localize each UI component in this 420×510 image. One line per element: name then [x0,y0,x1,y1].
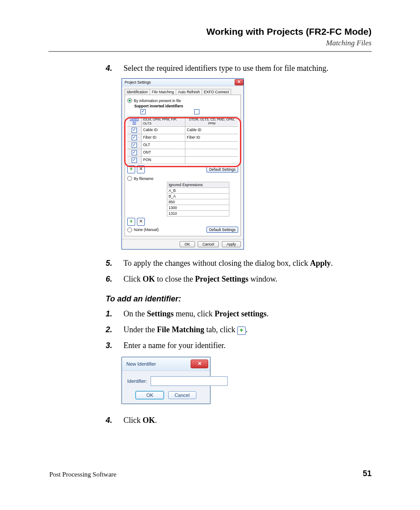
tab-file-matching[interactable]: File Matching [150,89,177,95]
step-5: 5. To apply the changes without closing … [106,257,372,269]
bold: Project settings [215,309,267,318]
header-divider [48,51,372,52]
dialog-titlebar: New Identifier ✕ [122,357,210,371]
section-title: Matching Files [326,39,372,48]
identifier-label: Identifier: [127,378,147,384]
step-number: 1. [106,308,122,319]
ok-button[interactable]: OK [136,391,164,399]
checkbox-col2-all[interactable] [194,109,199,114]
bold: Project Settings [195,275,248,283]
step-number: 4. [106,62,122,74]
step-text: Click [124,275,143,283]
subheading: To add an identifier: [106,294,372,304]
radio-by-info-label: By information present in file [134,99,181,103]
cell: OLT [142,142,185,149]
footer-product-name: Post Processing Software [49,471,117,478]
step-number: 5. [106,257,122,269]
step-text: Enter a name for your identifier. [124,341,226,350]
bold: OK [143,416,155,425]
step-6: 6. Click OK to close the Project Setting… [106,273,372,285]
ok-button[interactable]: OK [180,241,195,247]
remove-expression-button[interactable]: ✕ [137,218,145,226]
radio-none-label: None (Manual) [134,227,158,232]
cell [185,142,238,149]
step-number: 3. [106,340,122,351]
cancel-button[interactable]: Cancel [168,391,196,399]
list-item: B_A [167,194,229,199]
cell: Fiber ID [185,134,238,142]
row-checkbox[interactable] [132,128,137,133]
row-checkbox[interactable] [132,135,137,140]
checkbox-col1-all[interactable] [140,109,146,114]
cell: Cable ID [142,127,185,134]
cell: PON [142,157,185,164]
default-settings-button[interactable]: Default Settings [206,166,238,172]
add-expression-button[interactable]: + [127,218,135,226]
col-header-1: iOLM, OPM, PPM, FIP, OLTS [142,117,185,127]
step-number: 2. [106,324,122,335]
bold: Settings [147,309,174,318]
identifier-input[interactable] [151,376,228,386]
col-header-2: OTDR, OLTS, CD, PMD, OPM, PPM [185,117,238,127]
bold: OK [143,275,155,283]
ignored-expressions-list: Ignored Expressions A_B B_A 850 1300 131… [167,182,229,216]
list-item: A_B [167,188,229,194]
tab-exfo-connect[interactable]: EXFO Connect [202,89,231,95]
ignored-expr-header: Ignored Expressions [167,182,229,188]
step-b1: 1. On the Settings menu, click Project s… [106,308,372,319]
radio-by-filename[interactable] [127,176,132,181]
dialog-title: New Identifier [126,361,156,367]
dialog-button-bar: OK Cancel Apply [122,239,243,249]
cell [185,157,238,164]
step-b4: 4. Click OK. [106,415,372,426]
step-b2: 2. Under the File Matching tab, click +. [106,324,372,335]
radio-none-manual[interactable] [127,227,132,232]
cell: Cable ID [185,127,238,134]
chapter-title: Working with Projects (FR2-FC Mode) [206,26,372,37]
row-checkbox[interactable] [132,158,137,163]
select-all-link[interactable]: SelectAll [127,117,141,125]
step-4: 4. Select the required identifiers type … [106,62,372,74]
default-settings-button-2[interactable]: Default Settings [206,227,238,233]
cell [185,149,238,157]
list-item: 1310 [167,211,229,216]
tab-strip: Identification File Matching Auto Refres… [125,89,241,95]
support-inverted-label: Support inverted identifiers [134,104,238,108]
project-settings-dialog: Project Settings ✕ Identification File M… [122,78,244,249]
cell: ONT [142,149,185,157]
radio-by-filename-label: By filename [134,176,153,181]
main-content: 4. Select the required identifiers type … [106,62,372,430]
radio-by-info[interactable] [127,98,132,103]
bold: File Matching [157,325,204,334]
close-icon[interactable]: ✕ [191,360,208,368]
tab-panel: By information present in file Support i… [125,95,241,236]
tab-auto-refresh[interactable]: Auto Refresh [176,89,202,95]
list-item: 1300 [167,205,229,211]
footer-page-number: 51 [363,469,372,478]
remove-identifier-button[interactable]: ✕ [137,165,145,173]
step-number: 4. [106,415,122,426]
step-number: 6. [106,273,122,285]
close-icon[interactable]: ✕ [235,79,243,85]
row-checkbox[interactable] [132,150,137,155]
cancel-button[interactable]: Cancel [198,241,219,247]
bold: Apply [310,259,331,268]
cell: Fiber ID [142,134,185,142]
list-item: 850 [167,199,229,205]
add-identifier-button[interactable]: + [127,165,135,173]
step-text: Select the required identifiers type to … [124,64,328,73]
dialog-titlebar: Project Settings ✕ [122,79,243,86]
step-text: To apply the changes without closing the… [123,259,310,268]
step-b3: 3. Enter a name for your identifier. [106,340,372,351]
new-identifier-dialog: New Identifier ✕ Identifier: OK Cancel [122,357,210,404]
identifier-table: SelectAll iOLM, OPM, PPM, FIP, OLTS OTDR… [127,116,238,164]
plus-icon: + [237,327,246,335]
dialog-title: Project Settings [125,80,151,84]
tab-identification[interactable]: Identification [125,89,150,95]
row-checkbox[interactable] [132,143,137,148]
apply-button[interactable]: Apply [222,241,241,247]
